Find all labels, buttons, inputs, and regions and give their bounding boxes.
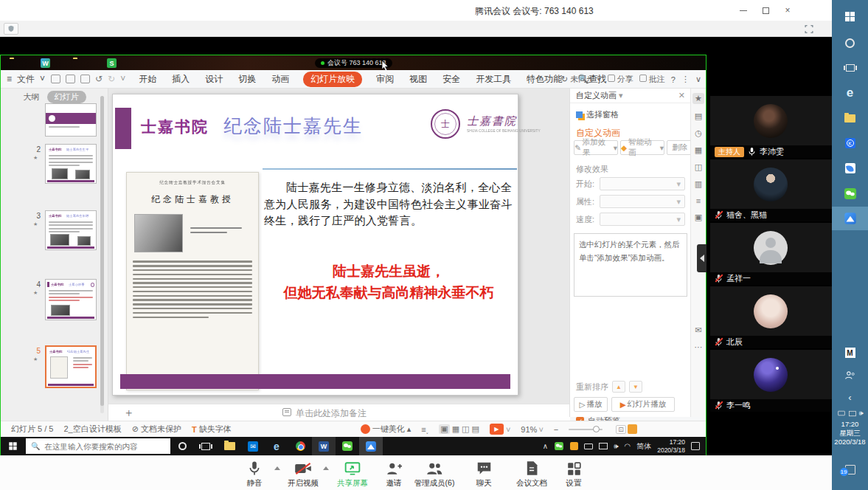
comment-button[interactable]: 批注	[639, 74, 665, 85]
outline-level-icon[interactable]: ≡˯	[421, 425, 428, 434]
share-screen-button[interactable]: 共享屏幕	[330, 460, 375, 489]
tab-insert[interactable]: 插入	[170, 72, 191, 87]
save-icon[interactable]	[51, 75, 60, 83]
edge-button[interactable]: e	[265, 437, 288, 455]
chat-button[interactable]: 聊天	[461, 460, 507, 489]
k-app-button[interactable]: K	[832, 131, 868, 155]
slides-tab-active[interactable]: 幻灯片	[47, 91, 86, 103]
chart-pane-icon[interactable]: ≡	[696, 196, 701, 205]
protection-status[interactable]: ⊘ 文档未保护	[132, 424, 181, 435]
sync-status[interactable]: ↻ 未同步 ˅	[561, 74, 602, 85]
slideshow-caret-icon[interactable]: ˅	[506, 425, 510, 434]
layout-pane-icon[interactable]: ▥	[695, 179, 702, 189]
more-menu-icon[interactable]: ⋮	[681, 75, 690, 84]
close-button[interactable]: ×	[779, 0, 796, 21]
tab-review[interactable]: 审阅	[375, 72, 395, 87]
action-center-icon[interactable]	[691, 442, 700, 450]
select-pane-button[interactable]: 选择窗格	[576, 109, 619, 120]
reading-view-icon[interactable]: ◫	[462, 424, 469, 434]
slide-thumbnail-3[interactable]: 士嘉书院陆士嘉先生年谱	[45, 210, 97, 250]
property-dropdown[interactable]: ▾	[600, 195, 685, 208]
slide-thumbnail-2[interactable]: 士嘉书院陆士嘉先生生平	[45, 144, 97, 184]
slide-thumbnail-5-selected[interactable]: 士嘉书院纪念陆士嘉先生	[45, 345, 97, 388]
cortana-button[interactable]	[170, 437, 194, 455]
tencent-meeting-button-right[interactable]	[832, 207, 868, 230]
task-view-button[interactable]	[194, 437, 218, 455]
participant-tile-host[interactable]: 主持人 李沛雯	[710, 96, 832, 158]
taskbar-search[interactable]: 🔍	[26, 438, 170, 454]
share-button[interactable]: 分享	[608, 74, 633, 85]
participant-tile[interactable]: 孟祥一	[710, 223, 832, 285]
wps-app-icon[interactable]: S	[107, 58, 117, 68]
zoom-slider-thumb[interactable]	[593, 426, 600, 432]
start-video-button[interactable]: 开启视频	[280, 460, 326, 489]
smart-animation-button[interactable]: ◆智能动画▾	[620, 140, 664, 155]
more-panes-icon[interactable]: ⋯	[695, 342, 703, 352]
maximize-button[interactable]	[757, 0, 774, 21]
minimize-button[interactable]	[735, 0, 752, 21]
participant-tile[interactable]: 猫舍、黑猫	[710, 159, 832, 221]
security-shield-button[interactable]	[4, 23, 18, 35]
tab-transition[interactable]: 切换	[237, 72, 257, 87]
mail-button[interactable]: ✉	[241, 437, 265, 455]
display-icon[interactable]	[599, 443, 608, 449]
normal-view-icon[interactable]: ▣	[439, 424, 449, 434]
tab-slideshow-active[interactable]: 幻灯片放映	[303, 72, 362, 87]
mute-button[interactable]: 静音	[232, 460, 277, 489]
slide-sorter-icon[interactable]: ▦	[452, 424, 459, 434]
wechat-button[interactable]	[336, 437, 359, 455]
task-view-button-right[interactable]	[832, 56, 868, 80]
start-slideshow-button[interactable]: ▶	[490, 424, 504, 435]
keyboard-icon[interactable]	[584, 444, 593, 449]
theme-color-icon[interactable]	[628, 424, 637, 434]
shapes-pane-icon[interactable]: ▤	[695, 111, 702, 121]
animation-pane-icon[interactable]: ★	[692, 93, 704, 104]
explorer-button[interactable]	[218, 437, 241, 455]
zoom-percent[interactable]: 91%	[521, 425, 537, 434]
tencent-meeting-button[interactable]	[359, 437, 383, 455]
network-icon[interactable]: ◠	[624, 442, 631, 450]
play-button[interactable]: ▷ 播放	[574, 397, 608, 412]
move-down-button[interactable]: ▼	[629, 381, 642, 393]
keyboard-icon[interactable]	[838, 411, 845, 415]
redo-icon[interactable]: ↻	[108, 74, 115, 84]
zoom-slider[interactable]	[569, 429, 603, 430]
speed-dropdown[interactable]: ▾	[600, 213, 685, 226]
outline-tab[interactable]: 大纲	[24, 92, 40, 103]
slide-thumbnail-4[interactable]: 士嘉书院士嘉小故事	[45, 279, 97, 320]
cortana-button-right[interactable]	[832, 31, 868, 55]
mic-options-caret[interactable]	[274, 466, 280, 470]
move-up-button[interactable]: ▲	[612, 381, 625, 393]
fit-window-icon[interactable]: ⊡	[616, 425, 626, 434]
mail-pane-icon[interactable]: ✉	[695, 325, 701, 335]
m-app-button[interactable]: M	[832, 341, 868, 365]
wechat-button-right[interactable]	[832, 182, 868, 205]
participant-tile[interactable]: 李一鸣	[710, 350, 832, 412]
print-preview-icon[interactable]	[80, 75, 90, 83]
file-menu[interactable]: ≡ 文件 ˅	[7, 73, 45, 86]
meeting-docs-button[interactable]: 会议文档	[509, 460, 555, 489]
print-pane-icon[interactable]: ▦	[695, 145, 702, 155]
tab-home[interactable]: 开始	[137, 72, 158, 87]
new-slide-plus-button[interactable]: ＋	[123, 406, 134, 420]
participant-tile[interactable]: 北辰	[710, 286, 832, 348]
current-slide[interactable]: 士嘉书院 纪念陆士嘉先生 士 士嘉書院 SHIJIA COLLEGE OF BE…	[112, 94, 518, 396]
manage-members-button[interactable]: 管理成员(6)	[412, 460, 457, 489]
missing-font-status[interactable]: T 缺失字体	[192, 424, 232, 435]
template-name[interactable]: 2_空白设计模板	[63, 424, 121, 435]
print-icon[interactable]	[66, 75, 75, 83]
thumbnail-scrollbar[interactable]	[100, 96, 104, 413]
tab-security[interactable]: 安全	[441, 72, 462, 87]
desktop-app-icon[interactable]: W	[41, 58, 50, 68]
zoom-out-button[interactable]: −	[554, 425, 558, 434]
undo-icon[interactable]: ↺	[95, 74, 103, 84]
notes-bar[interactable]: ＋ 单击此处添加备注	[108, 404, 570, 421]
tab-design[interactable]: 设计	[204, 72, 224, 87]
tab-special[interactable]: 特色功能	[525, 72, 563, 87]
tab-view[interactable]: 视图	[408, 72, 428, 87]
collapse-ribbon-icon[interactable]: ∨	[695, 75, 701, 84]
history-pane-icon[interactable]: ◷	[695, 128, 702, 138]
bird-app-button[interactable]	[832, 156, 868, 180]
explorer-button-right[interactable]	[832, 106, 868, 130]
tray-sogou-icon[interactable]	[570, 442, 578, 450]
